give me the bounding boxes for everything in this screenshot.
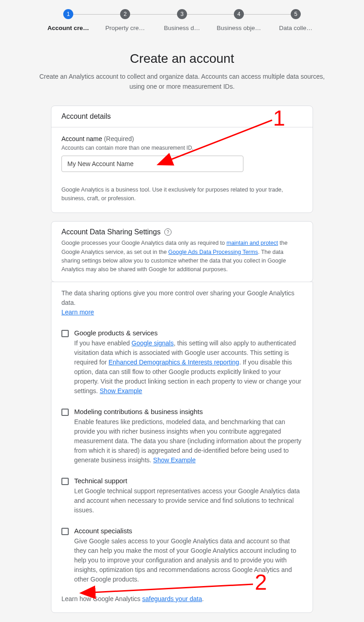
account-name-hint: Accounts can contain more than one measu… [61,145,303,151]
step-label: Business obje… [217,25,261,31]
show-example-link[interactable]: Show Example [153,456,196,464]
option-title: Account specialists [74,527,303,535]
demographics-link[interactable]: Enhanced Demographics & Interests report… [108,359,239,366]
option-description: If you have enabled Google signals, this… [74,339,303,396]
option-checkbox[interactable] [61,409,69,416]
option-description: Give Google sales access to your Google … [74,536,303,584]
processing-terms-link[interactable]: Google Ads Data Processing Terms [168,249,258,255]
step-label: Data colle… [279,25,313,31]
annotation-number-2: 2 [255,570,267,595]
step-3[interactable]: 3Business d… [154,9,211,31]
step-5[interactable]: 5Data colle… [268,9,324,31]
step-circle: 3 [177,9,187,19]
option-title: Technical support [74,477,303,485]
option-2: Technical supportLet Google technical su… [61,477,303,515]
step-2[interactable]: 2Property cre… [97,9,154,31]
option-title: Google products & services [74,329,303,337]
stepper: 1Account cre…2Property cre…3Business d…4… [0,0,364,31]
data-sharing-card: Account Data Sharing Settings ? Google p… [51,221,313,282]
learn-more-link[interactable]: Learn more [61,308,94,316]
data-sharing-title: Account Data Sharing Settings ? [51,222,313,236]
data-sharing-description: Google processes your Google Analytics d… [51,236,313,282]
step-1[interactable]: 1Account cre… [40,9,97,31]
safeguards-text: Learn how Google Analytics safeguards yo… [61,595,303,602]
sharing-options-card: The data sharing options give you more c… [51,282,313,613]
account-name-required: (Required) [102,135,134,142]
page-subheading: Create an Analytics account to collect a… [0,71,364,92]
google-signals-link[interactable]: Google signals [131,339,174,347]
step-circle: 1 [63,9,73,19]
show-example-link[interactable]: Show Example [100,387,142,394]
option-title: Modeling contributions & business insigh… [74,408,303,415]
account-name-label: Account name [61,135,102,142]
option-checkbox[interactable] [61,528,69,535]
option-checkbox[interactable] [61,330,69,337]
option-checkbox[interactable] [61,478,69,485]
option-description: Enable features like predictions, modele… [74,417,303,465]
option-0: Google products & servicesIf you have en… [61,329,303,396]
help-icon[interactable]: ? [164,228,172,236]
step-label: Property cre… [105,25,145,31]
page-heading: Create an account [0,51,364,66]
account-note: Google Analytics is a business tool. Use… [61,186,303,203]
step-4[interactable]: 4Business obje… [211,9,268,31]
option-description: Let Google technical support representat… [74,486,303,515]
step-circle: 2 [120,9,130,19]
options-intro: The data sharing options give you more c… [61,288,303,317]
safeguards-link[interactable]: safeguards your data [142,595,202,602]
step-label: Account cre… [47,25,89,31]
step-circle: 5 [291,9,301,19]
step-label: Business d… [164,25,200,31]
step-circle: 4 [234,9,244,19]
account-name-input[interactable] [61,156,243,172]
annotation-number-1: 1 [273,106,285,131]
option-1: Modeling contributions & business insigh… [61,408,303,465]
maintain-protect-link[interactable]: maintain and protect [227,240,278,246]
